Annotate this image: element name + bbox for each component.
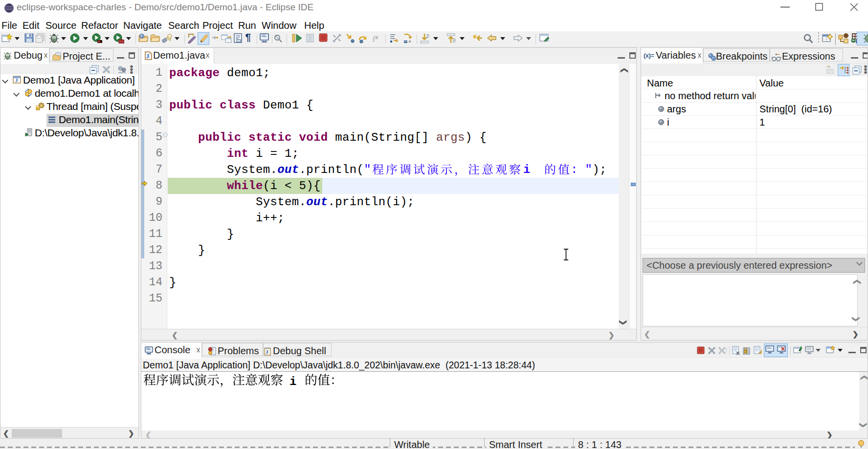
- svg-text:J: J: [15, 77, 18, 83]
- svg-text:J: J: [146, 53, 149, 60]
- svg-text:J: J: [266, 349, 268, 355]
